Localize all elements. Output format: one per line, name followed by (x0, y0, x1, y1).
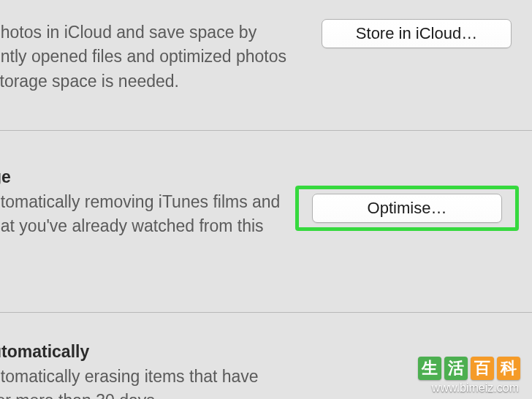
watermark-char: 科 (497, 357, 520, 380)
optimise-description: utomatically removing iTunes films and h… (0, 190, 291, 239)
icloud-description: photos in iCloud and save space by ently… (0, 20, 291, 94)
watermark-url: www.bimeiz.com (432, 381, 519, 395)
text-line: utomatically erasing items that have (0, 365, 291, 389)
optimise-highlight-box: Optimise… (295, 186, 519, 231)
watermark-char: 生 (418, 357, 441, 380)
icloud-section: photos in iCloud and save space by ently… (0, 0, 532, 130)
store-in-icloud-button[interactable]: Store in iCloud… (322, 19, 512, 48)
text-line: utomatically removing iTunes films and (0, 190, 291, 214)
optimise-button[interactable]: Optimise… (312, 194, 502, 223)
text-line: hat you've already watched from this (0, 214, 291, 238)
text-line: photos in iCloud and save space by (0, 20, 291, 45)
watermark-char: 百 (471, 357, 494, 380)
text-line: for more than 30 days (0, 389, 291, 399)
watermark-char: 活 (444, 357, 468, 380)
text-line: storage space is needed. (0, 69, 291, 94)
optimise-heading: ge (0, 167, 532, 187)
trash-description: utomatically erasing items that have for… (0, 365, 291, 399)
text-line: ently opened files and optimized photos (0, 45, 291, 69)
watermark-logo: 生 活 百 科 (418, 357, 520, 380)
